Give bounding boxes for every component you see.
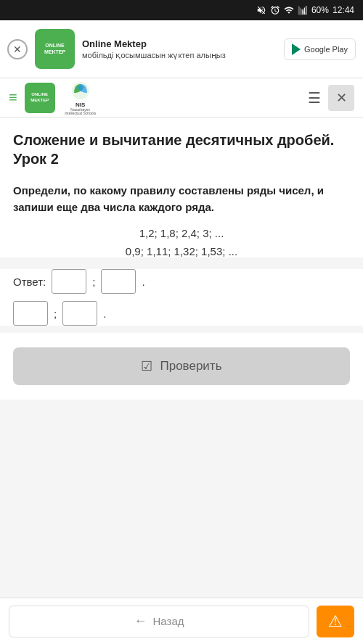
ad-logo: ONLINE MEKTEP — [35, 29, 75, 69]
google-play-label: Google Play — [304, 45, 348, 54]
answer-separator-1: ; — [92, 276, 95, 288]
ad-subtitle: мобільді қосымшасын жүктеп алыңыз — [82, 51, 277, 60]
play-triangle-icon — [292, 44, 301, 55]
check-btn-container: ☑ Проверить — [0, 333, 363, 400]
navbar: ≡ ONLINE MEKTEP NIS Nazarbayev Intellect… — [0, 78, 363, 117]
answer-label: Ответ: — [13, 276, 46, 288]
answer-input-2b[interactable] — [62, 301, 97, 326]
check-button-label: Проверить — [160, 359, 221, 373]
status-bar: 60% 12:44 — [0, 0, 363, 20]
hamburger-icon[interactable]: ≡ — [9, 89, 17, 106]
answer-input-1a[interactable] — [52, 269, 86, 294]
status-icons: 60% 12:44 — [256, 5, 354, 15]
answer-dot-1: . — [142, 276, 144, 288]
nis-logo: NIS Nazarbayev Intellectual Schools — [62, 80, 99, 116]
answer-separator-2: ; — [54, 307, 57, 320]
ad-banner: ✕ ONLINE MEKTEP Online Mektep мобільді қ… — [0, 20, 363, 78]
nis-leaf-icon — [70, 80, 91, 102]
lesson-title: Сложение и вычитание десятичных дробей. … — [13, 131, 350, 168]
answer-section: Ответ: ; . ; . — [0, 269, 363, 326]
warning-button[interactable]: ⚠ — [317, 606, 354, 637]
back-arrow-icon: ← — [134, 614, 147, 629]
ad-content: Online Mektep мобільді қосымшасын жүктеп… — [82, 38, 277, 60]
answer-row-2: ; . — [13, 301, 350, 326]
google-play-button[interactable]: Google Play — [284, 38, 356, 60]
mute-icon — [256, 5, 266, 15]
answer-input-2a[interactable] — [13, 301, 48, 326]
task-description: Определи, по какому правилу составлены р… — [13, 183, 350, 215]
answer-input-1b[interactable] — [101, 269, 136, 294]
signal-icon — [298, 5, 308, 15]
nis-full-name: Nazarbayev Intellectual Schools — [62, 108, 99, 116]
nav-close-button[interactable]: ✕ — [328, 85, 354, 111]
time-display: 12:44 — [333, 5, 354, 15]
nav-list-icon[interactable]: ☰ — [308, 89, 321, 107]
back-button[interactable]: ← Назад — [9, 606, 309, 637]
answer-dot-2: . — [103, 307, 106, 320]
alarm-icon — [270, 5, 280, 15]
battery-status: 60% — [311, 5, 329, 15]
ad-close-button[interactable]: ✕ — [7, 39, 28, 59]
ad-title: Online Mektep — [82, 38, 277, 49]
nav-logo: ONLINE MEKTEP — [25, 83, 55, 113]
main-content: Сложение и вычитание десятичных дробей. … — [0, 117, 363, 257]
check-icon: ☑ — [141, 358, 152, 374]
number-series-2: 0,9; 1,11; 1,32; 1,53; ... — [13, 245, 350, 257]
bottom-nav: ← Назад ⚠ — [0, 598, 363, 644]
back-label: Назад — [153, 615, 184, 627]
answer-row-1: Ответ: ; . — [13, 269, 350, 294]
number-series-1: 1,2; 1,8; 2,4; 3; ... — [13, 227, 350, 239]
check-button[interactable]: ☑ Проверить — [13, 347, 350, 385]
wifi-icon — [284, 5, 294, 15]
warning-icon: ⚠ — [328, 612, 343, 631]
